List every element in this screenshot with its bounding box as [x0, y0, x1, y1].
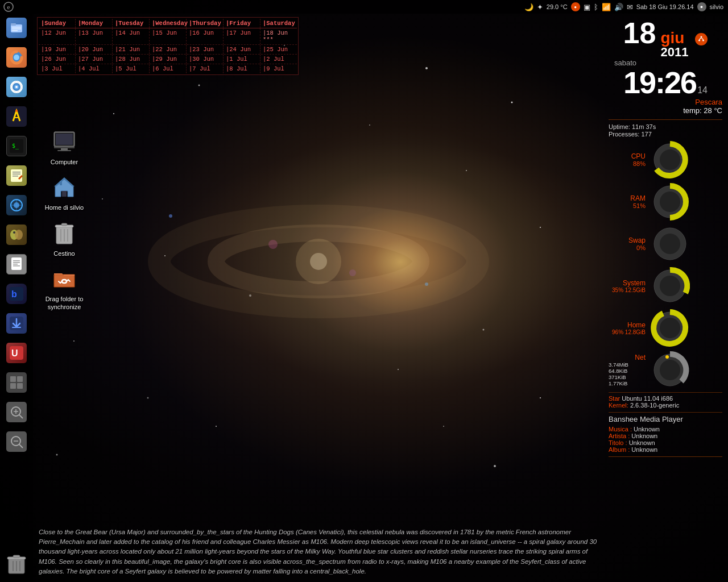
username-label[interactable]: silvio [710, 3, 723, 10]
cal-cell-24jun[interactable]: |24 Jun [224, 45, 260, 54]
dock-item-downloader[interactable] [3, 310, 30, 337]
clock-month-label: giu [660, 30, 684, 46]
wifi-icon[interactable]: 📶 [602, 3, 611, 11]
desktop-icon-home[interactable]: Home di silvio [39, 171, 90, 215]
cal-row-4: |3 Jul |4 Jul |5 Jul |6 Jul |7 Jul |8 Ju… [39, 64, 297, 73]
banshee-section: Banshee Media Player Musica : Unknown Ar… [609, 412, 722, 453]
cal-cell-3jul[interactable]: |3 Jul [39, 64, 76, 73]
cal-cell-1jul[interactable]: |1 Jul [224, 55, 260, 64]
swap-gauge-row: Swap 0% [609, 224, 722, 264]
cal-cell-15jun[interactable]: |15 Jun [150, 28, 187, 44]
cal-row-1: |12 Jun |13 Jun |14 Jun |15 Jun |16 Jun … [39, 28, 297, 45]
svg-rect-64 [10, 376, 16, 382]
dock-item-window-switcher[interactable] [3, 369, 30, 396]
svg-rect-56 [13, 264, 18, 265]
cal-cell-4jul[interactable]: |4 Jul [76, 64, 113, 73]
cal-cell-8jul[interactable]: |8 Jul [224, 64, 260, 73]
dock-item-terminal[interactable]: $_ [3, 132, 30, 160]
cal-cell-17jun[interactable]: |17 Jun [224, 28, 260, 44]
screen-icon[interactable]: ▣ [584, 3, 590, 11]
cal-header-monday: |Monday [76, 19, 113, 28]
dock-item-inkscape[interactable] [3, 103, 30, 130]
panel-logo[interactable]: e [0, 0, 17, 14]
desktop-icon-computer[interactable]: Computer [39, 125, 90, 169]
cal-header-sunday: |Sunday [39, 19, 76, 28]
cal-cell-27jun[interactable]: |27 Jun [76, 55, 113, 64]
net-gauge-row: Net 3.74MiB 64.8KiB 371KiB 1.77KiB [609, 350, 722, 390]
desktop-icon-trash[interactable]: Cestino [39, 217, 90, 261]
moon-icon[interactable]: 🌙 [524, 3, 533, 11]
home-gauge-chart [650, 308, 690, 348]
cal-cell-19jun[interactable]: |19 Jun [39, 45, 76, 54]
email-icon[interactable]: ✉ [627, 3, 633, 11]
ubuntu-panel-icon[interactable]: ● [571, 2, 580, 11]
cal-cell-20jun[interactable]: |20 Jun [76, 45, 113, 54]
cal-cell-29jun[interactable]: |29 Jun [150, 55, 187, 64]
cal-cell-2jul[interactable]: |2 Jul [260, 55, 297, 64]
svg-point-100 [660, 276, 680, 296]
system-stats: Uptime: 11m 37s Processes: 177 [609, 123, 722, 138]
bluetooth-icon[interactable]: ✦ [537, 3, 543, 11]
trash-dock-item[interactable] [5, 552, 28, 576]
dock-item-gimp[interactable] [3, 221, 30, 248]
blender-icon [9, 197, 24, 213]
divider [609, 119, 722, 120]
cal-cell-9jul[interactable]: |9 Jul [260, 64, 297, 73]
cal-cell-7jul[interactable]: |7 Jul [187, 64, 224, 73]
os-section: Star Ubuntu 11.04 i686 Kernel: 2.6.38-10… [609, 392, 722, 409]
computer-icon [51, 128, 78, 156]
cal-row-2: |19 Jun |20 Jun |21 Jun |22 Jun |23 Jun … [39, 45, 297, 55]
banshee-title: Banshee Media Player [609, 415, 722, 423]
terminal-icon: $_ [9, 139, 24, 153]
cal-cell-21jun[interactable]: |21 Jun [113, 45, 150, 54]
cal-cell-13jun[interactable]: |13 Jun [76, 28, 113, 44]
text-editor-icon [9, 168, 24, 183]
cal-cell-16jun[interactable]: |16 Jun [187, 28, 224, 44]
cal-cell-5jul[interactable]: |5 Jul [113, 64, 150, 73]
cpu-gauge-chart [650, 140, 690, 180]
desktop-icons-area: Computer Home di silvio [39, 125, 90, 315]
ram-label: RAM [611, 194, 646, 202]
cal-cell-28jun[interactable]: |28 Jun [113, 55, 150, 64]
chromium-icon [9, 80, 24, 94]
cal-cell-14jun[interactable]: |14 Jun [113, 28, 150, 44]
dock-item-beatbox[interactable]: b [3, 280, 30, 307]
cal-cell-22jun[interactable]: |22 Jun [150, 45, 187, 54]
clock-seconds: 14 [697, 85, 708, 95]
dock-item-text-editor[interactable] [3, 162, 30, 189]
dock-item-doc-viewer[interactable] [3, 251, 30, 278]
dock-item-firefox[interactable] [3, 44, 30, 71]
cal-cell-23jun[interactable]: |23 Jun [187, 45, 224, 54]
dock-item-chromium[interactable] [3, 73, 30, 101]
dock-item-zoom-in[interactable] [3, 398, 30, 426]
bt-icon[interactable]: ᛒ [594, 3, 598, 11]
cal-cell-25jun[interactable]: |25 Jun [260, 45, 297, 54]
cal-cell-30jun[interactable]: |30 Jun [187, 55, 224, 64]
system-gauge-chart [650, 266, 690, 306]
cal-cell-6jul[interactable]: |6 Jul [150, 64, 187, 73]
dock-item-file-manager[interactable] [3, 14, 30, 41]
dock-item-blender[interactable] [3, 192, 30, 219]
svg-text:U: U [11, 348, 18, 358]
inkscape-icon [9, 109, 24, 124]
svg-rect-57 [13, 265, 20, 267]
volume-icon[interactable]: 🔊 [614, 3, 623, 11]
desktop-icon-sync-folder[interactable]: Drag folder to synchronize [39, 262, 90, 315]
user-avatar-icon[interactable]: ● [697, 2, 706, 11]
svg-point-105 [665, 355, 669, 359]
ubuntu-logo-icon[interactable] [695, 33, 708, 45]
cpu-gauge-row: CPU 88% [609, 140, 722, 180]
cal-cell-18jun[interactable]: |18 Jun *** [260, 28, 297, 44]
clock-widget: 18 giu 2011 sabato 19:26 14 Pescara temp… [609, 18, 722, 115]
clock-day-number: 18 [623, 18, 656, 48]
zoom-in-icon [9, 405, 24, 419]
svg-point-96 [660, 192, 680, 212]
banshee-titolo: Titolo : Unknown [609, 439, 722, 446]
home-icon-label: Home di silvio [45, 203, 84, 211]
dock-item-settings[interactable] [3, 428, 30, 455]
cal-cell-26jun[interactable]: |26 Jun [39, 55, 76, 64]
svg-rect-61 [12, 327, 21, 328]
dock-item-ubuntu-one[interactable]: U [3, 339, 30, 367]
svg-rect-45 [13, 172, 20, 173]
cal-cell-12jun[interactable]: |12 Jun [39, 28, 76, 44]
